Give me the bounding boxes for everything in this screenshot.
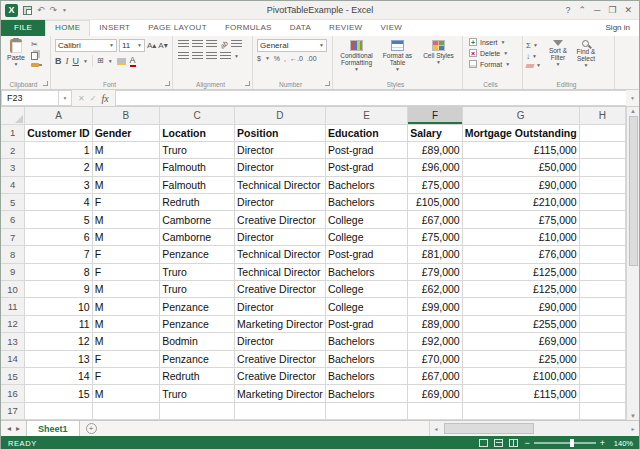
cell-B10[interactable]: M xyxy=(92,281,159,298)
cell-E10[interactable]: College xyxy=(325,281,407,298)
cell-H4[interactable] xyxy=(579,176,625,193)
cell-B3[interactable]: M xyxy=(92,159,159,176)
cell-B5[interactable]: F xyxy=(92,194,159,211)
row-header-10[interactable]: 10 xyxy=(1,281,25,298)
cell-G4[interactable]: £90,000 xyxy=(462,176,579,193)
cell-D17[interactable] xyxy=(235,402,326,419)
cell-D1[interactable]: Position xyxy=(235,124,326,141)
cell-E11[interactable]: College xyxy=(325,298,407,315)
cell-C7[interactable]: Camborne xyxy=(160,228,235,245)
cell-E14[interactable]: Bachelors xyxy=(325,350,407,367)
cell-F14[interactable]: £70,000 xyxy=(408,350,462,367)
cell-E12[interactable]: Post-grad xyxy=(325,315,407,332)
ribbon-tab-home[interactable]: HOME xyxy=(45,20,90,36)
cell-G9[interactable]: £125,000 xyxy=(462,263,579,280)
cell-G1[interactable]: Mortgage Outstanding xyxy=(462,124,579,141)
cell-A4[interactable]: 3 xyxy=(25,176,92,193)
font-dialog-launcher[interactable] xyxy=(165,81,170,86)
cell-G16[interactable]: £115,000 xyxy=(462,385,579,402)
cell-F7[interactable]: £75,000 xyxy=(408,228,462,245)
cell-E8[interactable]: Post-grad xyxy=(325,246,407,263)
column-header-A[interactable]: A xyxy=(25,107,92,124)
row-header-7[interactable]: 7 xyxy=(1,228,25,245)
cell-G10[interactable]: £125,000 xyxy=(462,281,579,298)
cell-H1[interactable] xyxy=(579,124,625,141)
increase-decimal-icon[interactable]: ←.0 xyxy=(290,55,303,62)
cell-A13[interactable]: 12 xyxy=(25,333,92,350)
cell-F12[interactable]: £89,000 xyxy=(408,315,462,332)
formula-bar-expand-icon[interactable]: ▼ xyxy=(626,90,639,106)
cell-A5[interactable]: 4 xyxy=(25,194,92,211)
cell-G17[interactable] xyxy=(462,402,579,419)
column-header-D[interactable]: D xyxy=(235,107,326,124)
ribbon-tab-insert[interactable]: INSERT xyxy=(90,20,139,36)
row-header-5[interactable]: 5 xyxy=(1,194,25,211)
cell-C6[interactable]: Camborne xyxy=(160,211,235,228)
row-header-14[interactable]: 14 xyxy=(1,350,25,367)
cell-A3[interactable]: 2 xyxy=(25,159,92,176)
cell-B17[interactable] xyxy=(92,402,159,419)
cell-B8[interactable]: F xyxy=(92,246,159,263)
paste-button[interactable]: Paste ▼ xyxy=(4,39,28,77)
ribbon-tab-formulas[interactable]: FORMULAS xyxy=(216,20,281,36)
name-box-dropdown-icon[interactable]: ▼ xyxy=(59,90,72,106)
cell-H9[interactable] xyxy=(579,263,625,280)
cell-E17[interactable] xyxy=(325,402,407,419)
row-header-1[interactable]: 1 xyxy=(1,124,25,141)
conditional-formatting-button[interactable]: Conditional Formatting ▼ xyxy=(336,40,377,77)
sort-filter-button[interactable]: Sort & Filter ▼ xyxy=(544,40,572,77)
number-format-combo[interactable]: General▼ xyxy=(257,39,327,52)
cell-H12[interactable] xyxy=(579,315,625,332)
row-header-17[interactable]: 17 xyxy=(1,402,25,419)
align-top-icon[interactable] xyxy=(178,40,189,48)
font-color-icon[interactable]: A xyxy=(130,56,136,67)
cell-E7[interactable]: College xyxy=(325,228,407,245)
row-header-4[interactable]: 4 xyxy=(1,176,25,193)
align-bottom-icon[interactable] xyxy=(206,40,217,48)
underline-button[interactable]: U xyxy=(73,57,80,66)
cell-E1[interactable]: Education xyxy=(325,124,407,141)
bold-button[interactable]: B xyxy=(55,57,62,66)
align-right-icon[interactable] xyxy=(206,52,217,60)
row-header-15[interactable]: 15 xyxy=(1,367,25,384)
undo-icon[interactable]: ↶ xyxy=(37,6,45,15)
cell-G2[interactable]: £115,000 xyxy=(462,141,579,158)
column-header-F[interactable]: F xyxy=(408,107,462,124)
cell-A16[interactable]: 15 xyxy=(25,385,92,402)
zoom-level[interactable]: 140% xyxy=(611,439,633,448)
cell-H13[interactable] xyxy=(579,333,625,350)
cell-B13[interactable]: M xyxy=(92,333,159,350)
percent-style-icon[interactable]: % xyxy=(274,55,280,62)
cell-F3[interactable]: £96,000 xyxy=(408,159,462,176)
cell-E13[interactable]: Bachelors xyxy=(325,333,407,350)
copy-icon[interactable] xyxy=(31,52,38,60)
cell-C16[interactable]: Truro xyxy=(160,385,235,402)
autosum-button[interactable]: Σ▼ xyxy=(526,41,541,50)
cell-E3[interactable]: Post-grad xyxy=(325,159,407,176)
format-as-table-button[interactable]: Format as Table ▼ xyxy=(377,40,418,77)
cell-G3[interactable]: £50,000 xyxy=(462,159,579,176)
enter-icon[interactable]: ✓ xyxy=(90,94,97,103)
ribbon-options-icon[interactable]: ⌃ xyxy=(578,6,586,15)
row-header-11[interactable]: 11 xyxy=(1,298,25,315)
vertical-scrollbar[interactable]: ▲ ▼ xyxy=(626,107,639,420)
page-layout-view-icon[interactable] xyxy=(494,439,503,447)
cell-G11[interactable]: £90,000 xyxy=(462,298,579,315)
cell-H5[interactable] xyxy=(579,194,625,211)
row-header-6[interactable]: 6 xyxy=(1,211,25,228)
align-left-icon[interactable] xyxy=(178,52,189,60)
italic-button[interactable]: I xyxy=(66,57,69,66)
cell-H7[interactable] xyxy=(579,228,625,245)
row-header-9[interactable]: 9 xyxy=(1,263,25,280)
alignment-dialog-launcher[interactable] xyxy=(245,81,250,86)
cell-C3[interactable]: Falmouth xyxy=(160,159,235,176)
cell-C14[interactable]: Penzance xyxy=(160,350,235,367)
cell-G8[interactable]: £76,000 xyxy=(462,246,579,263)
cell-D10[interactable]: Creative Director xyxy=(235,281,326,298)
zoom-slider[interactable] xyxy=(534,442,596,444)
wrap-text-icon[interactable] xyxy=(231,40,242,48)
cell-G15[interactable]: £100,000 xyxy=(462,367,579,384)
clear-button[interactable]: ▼ xyxy=(526,63,541,68)
cancel-icon[interactable]: ✕ xyxy=(78,94,85,103)
cell-F6[interactable]: £67,000 xyxy=(408,211,462,228)
